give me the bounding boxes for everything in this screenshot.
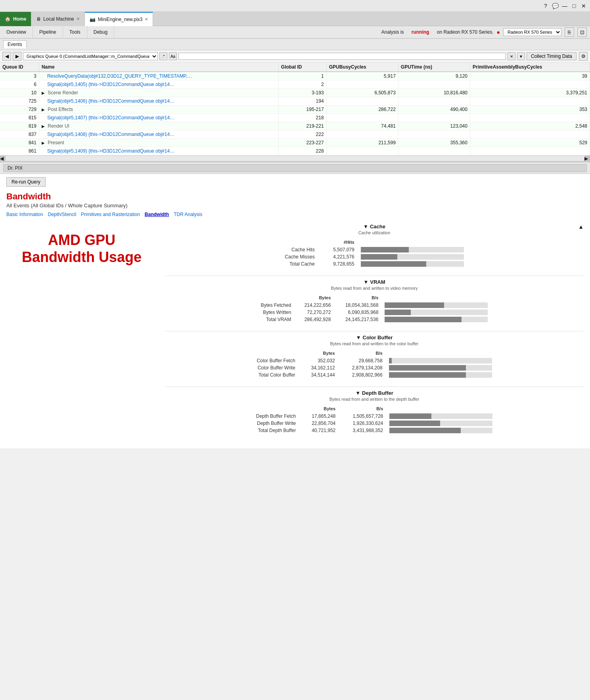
collect-timing-label: Collect Timing Data <box>531 54 572 59</box>
row-name-cell: ▶ Post Effects <box>39 105 278 114</box>
link-depth-stencil[interactable]: Depth/Stencil <box>48 212 76 217</box>
color-buffer-section-header[interactable]: ▼ Color Buffer <box>165 335 584 340</box>
table-row[interactable]: 841 ▶ Present 223-227 211,599 355,360 52… <box>0 139 590 147</box>
feedback-icon[interactable]: 💬 <box>552 3 558 9</box>
link-tdr[interactable]: TDR Analysis <box>174 212 202 217</box>
col-global-id[interactable]: Global ID <box>278 63 326 72</box>
tab-local-close[interactable]: ✕ <box>77 17 80 21</box>
stat-val1: 34,514,144 <box>299 371 338 379</box>
depth-buffer-section: ▼ Depth Buffer Bytes read from and writt… <box>165 390 584 434</box>
col-prim-busy[interactable]: PrimitiveAssemblyBusyCycles <box>470 63 590 72</box>
nav-debug[interactable]: Debug <box>87 26 114 38</box>
row-name-cell: ▶ Scene Render <box>39 89 278 97</box>
gpu-select[interactable]: Radeon RX 570 Series <box>503 28 561 36</box>
monitor-icon: 🖥 <box>36 16 41 22</box>
row-gpu-time: 10,816,480 <box>398 89 470 97</box>
table-row[interactable]: 819 ▶ Render UI 219-221 74,481 123,040 2… <box>0 122 590 130</box>
clear-filter-btn[interactable]: ✕ <box>508 52 515 60</box>
events-table-container: Queue ID Name Global ID GPUBusyCycles GP… <box>0 63 590 155</box>
stat-bar <box>386 364 495 371</box>
close-icon[interactable]: ✕ <box>580 3 587 9</box>
tab-home-label: Home <box>13 16 26 22</box>
row-queue-id: 10 <box>0 89 39 97</box>
nav-tools[interactable]: Tools <box>63 26 87 38</box>
vram-title: VRAM <box>370 279 385 285</box>
tab-local-machine[interactable]: 🖥 Local Machine ✕ <box>31 12 84 26</box>
depth-buffer-subtitle: Bytes read from and written to the depth… <box>165 397 584 402</box>
filter-options-btn[interactable]: ▼ <box>517 52 525 60</box>
nav-icon-btn-1[interactable]: ⎘ <box>565 27 574 37</box>
link-basic-info[interactable]: Basic Information <box>6 212 43 217</box>
amd-logo-line2: Bandwidth Usage <box>14 249 149 266</box>
stat-bar <box>386 357 495 364</box>
nav-pipeline[interactable]: Pipeline <box>33 26 63 38</box>
row-prim-busy: 529 <box>470 139 590 147</box>
vram-section-header[interactable]: ▼ VRAM <box>165 279 584 285</box>
table-row[interactable]: 861 Signal(obj#5,1409) {this->ID3D12Comm… <box>0 147 590 155</box>
table-row[interactable]: 10 ▶ Scene Render 3-193 6,505,873 10,816… <box>0 89 590 97</box>
cache-title: Cache <box>370 224 385 230</box>
row-gpu-time <box>398 114 470 122</box>
drpix-content: Re-run Query <box>0 174 590 190</box>
stat-val2: 18,054,381,568 <box>334 302 381 309</box>
vram-section: ▼ VRAM Bytes read from and written to vi… <box>165 279 584 323</box>
depth-buffer-section-header[interactable]: ▼ Depth Buffer <box>165 390 584 396</box>
cache-section-header[interactable]: ▼ Cache <box>165 224 584 230</box>
stat-row: Bytes Written 72,270,272 6,090,835,968 <box>258 309 491 316</box>
color-buffer-subtitle: Bytes read from and written to the color… <box>165 341 584 346</box>
drpix-tab[interactable]: Dr. PIX <box>3 164 587 172</box>
table-row[interactable]: 729 ▶ Post Effects 195-217 286,722 490,4… <box>0 105 590 114</box>
bandwidth-title: Bandwidth <box>6 191 584 202</box>
filter-input[interactable] <box>178 53 506 60</box>
row-name-cell: ▶ Present <box>39 139 278 147</box>
col-queue-id[interactable]: Queue ID <box>0 63 39 72</box>
collect-settings-btn[interactable]: ⚙ <box>579 52 588 61</box>
horizontal-scrollbar[interactable]: ◀ ▶ <box>0 155 590 161</box>
back-button[interactable]: ◀ <box>2 52 11 61</box>
nav-overview[interactable]: Overview <box>0 26 33 38</box>
maximize-icon[interactable]: □ <box>571 3 577 9</box>
stat-row: Total VRAM 286,492,928 24,145,217,536 <box>258 316 491 323</box>
collapse-button[interactable]: ▲ <box>578 224 584 230</box>
rerun-button[interactable]: Re-run Query <box>6 177 46 187</box>
col-gpu-busy[interactable]: GPUBusyCycles <box>326 63 398 72</box>
vram-collapse-arrow: ▼ <box>363 279 368 285</box>
link-primitives[interactable]: Primitives and Rasterization <box>81 212 140 217</box>
collect-timing-button[interactable]: Collect Timing Data <box>527 52 577 60</box>
table-row[interactable]: 837 Signal(obj#5,1408) {this->ID3D12Comm… <box>0 130 590 139</box>
table-header-row: Queue ID Name Global ID GPUBusyCycles GP… <box>0 63 590 72</box>
stat-bar <box>381 309 491 316</box>
table-row[interactable]: 815 Signal(obj#5,1407) {this->ID3D12Comm… <box>0 114 590 122</box>
stat-row: Total Color Buffer 34,514,144 2,908,802,… <box>253 371 495 379</box>
db-col2-header: B/s <box>339 405 386 413</box>
stat-row: Bytes Fetched 214,222,656 18,054,381,568 <box>258 302 491 309</box>
tab-miniengine[interactable]: 📷 MiniEngine_new.pix3 ✕ <box>85 12 153 26</box>
events-tab[interactable]: Events <box>3 40 27 48</box>
drpix-tab-label: Dr. PIX <box>8 165 23 171</box>
tab-home[interactable]: 🏠 Home <box>0 12 31 26</box>
cache-collapse-arrow: ▼ <box>363 224 368 230</box>
tab-miniengine-close[interactable]: ✕ <box>145 17 148 21</box>
regex-filter-btn[interactable]: .* <box>159 52 167 60</box>
stat-label: Color Buffer Fetch <box>253 357 298 364</box>
forward-button[interactable]: ▶ <box>13 52 21 61</box>
col-gpu-time[interactable]: GPUTime (ns) <box>398 63 470 72</box>
col-name[interactable]: Name <box>39 63 278 72</box>
stat-val1: 4,221,576 <box>318 253 358 260</box>
table-row[interactable]: 725 Signal(obj#5,1406) {this->ID3D12Comm… <box>0 97 590 105</box>
row-name-cell: Signal(obj#5,1409) {this->ID3D12CommandQ… <box>39 147 278 155</box>
queue-select[interactable]: Graphics Queue 0 (CommandListManager::m_… <box>23 52 158 60</box>
stat-bar <box>386 427 496 434</box>
minimize-icon[interactable]: — <box>561 3 568 9</box>
help-icon[interactable]: ? <box>542 3 549 9</box>
row-name-cell: Signal(obj#5,1406) {this->ID3D12CommandQ… <box>39 97 278 105</box>
case-filter-btn[interactable]: Aa <box>169 52 177 60</box>
nav-debug-label: Debug <box>94 29 107 35</box>
link-bandwidth[interactable]: Bandwidth <box>145 212 169 217</box>
table-row[interactable]: 6 Signal(obj#5,1405) {this->ID3D12Comman… <box>0 80 590 89</box>
row-prim-busy <box>470 114 590 122</box>
row-gpu-busy <box>326 130 398 139</box>
row-name-cell: Signal(obj#5,1407) {this->ID3D12CommandQ… <box>39 114 278 122</box>
table-row[interactable]: 3 ResolveQueryData(obj#132,D3D12_QUERY_T… <box>0 72 590 80</box>
nav-icon-btn-2[interactable]: ⊡ <box>577 27 587 37</box>
